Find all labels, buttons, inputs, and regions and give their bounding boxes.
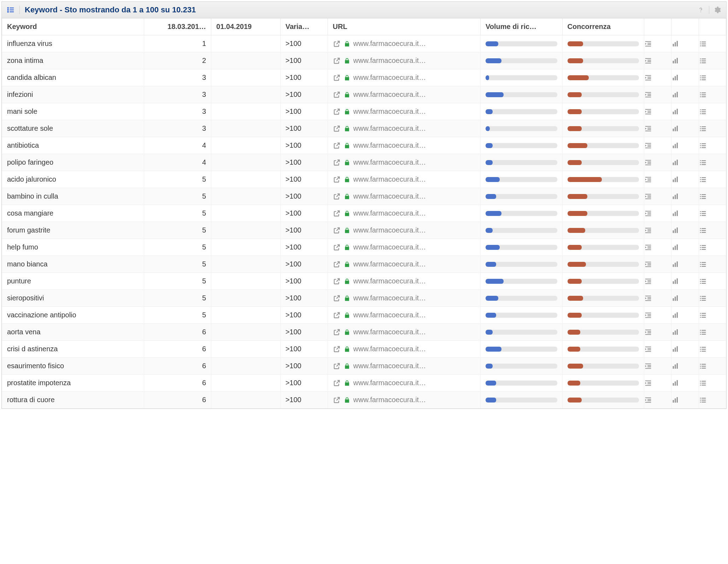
cell-action-chart[interactable] <box>671 188 699 205</box>
cell-action-chart[interactable] <box>671 290 699 307</box>
cell-action-indent[interactable] <box>644 375 671 392</box>
bar-chart-icon[interactable] <box>671 243 698 251</box>
bar-chart-icon[interactable] <box>671 74 698 82</box>
cell-keyword[interactable]: forum gastrite <box>2 222 144 239</box>
external-link-icon[interactable] <box>333 108 341 116</box>
menu-icon[interactable] <box>699 176 726 183</box>
cell-action-menu[interactable] <box>699 307 726 324</box>
cell-keyword[interactable]: aorta vena <box>2 324 144 341</box>
cell-action-menu[interactable] <box>699 52 726 69</box>
menu-icon[interactable] <box>699 345 726 353</box>
cell-action-indent[interactable] <box>644 69 671 86</box>
menu-icon[interactable] <box>699 362 726 370</box>
bar-chart-icon[interactable] <box>671 345 698 353</box>
menu-icon[interactable] <box>699 328 726 336</box>
indent-icon[interactable] <box>644 328 671 336</box>
bar-chart-icon[interactable] <box>671 108 698 116</box>
menu-icon[interactable] <box>699 125 726 133</box>
cell-keyword[interactable]: acido jaluronico <box>2 171 144 188</box>
cell-action-menu[interactable] <box>699 137 726 154</box>
external-link-icon[interactable] <box>333 294 341 302</box>
bar-chart-icon[interactable] <box>671 311 698 319</box>
cell-action-menu[interactable] <box>699 103 726 120</box>
cell-action-chart[interactable] <box>671 171 699 188</box>
bar-chart-icon[interactable] <box>671 396 698 404</box>
cell-action-chart[interactable] <box>671 307 699 324</box>
external-link-icon[interactable] <box>333 159 341 166</box>
external-link-icon[interactable] <box>333 74 341 82</box>
cell-action-indent[interactable] <box>644 205 671 222</box>
external-link-icon[interactable] <box>333 227 341 234</box>
cell-action-indent[interactable] <box>644 256 671 273</box>
external-link-icon[interactable] <box>333 91 341 99</box>
cell-action-menu[interactable] <box>699 171 726 188</box>
cell-action-chart[interactable] <box>671 137 699 154</box>
cell-keyword[interactable]: polipo faringeo <box>2 154 144 171</box>
external-link-icon[interactable] <box>333 277 341 285</box>
indent-icon[interactable] <box>644 294 671 302</box>
cell-keyword[interactable]: rottura di cuore <box>2 392 144 409</box>
bar-chart-icon[interactable] <box>671 328 698 336</box>
cell-action-indent[interactable] <box>644 307 671 324</box>
external-link-icon[interactable] <box>333 362 341 370</box>
external-link-icon[interactable] <box>333 142 341 149</box>
url-text[interactable]: www.farmacoecura.it… <box>353 328 475 336</box>
bar-chart-icon[interactable] <box>671 40 698 48</box>
col-date2[interactable]: 01.04.2019 <box>211 18 281 35</box>
cell-action-indent[interactable] <box>644 103 671 120</box>
external-link-icon[interactable] <box>333 260 341 268</box>
cell-action-indent[interactable] <box>644 392 671 409</box>
cell-action-chart[interactable] <box>671 222 699 239</box>
bar-chart-icon[interactable] <box>671 277 698 285</box>
cell-action-chart[interactable] <box>671 239 699 256</box>
bar-chart-icon[interactable] <box>671 57 698 65</box>
url-text[interactable]: www.farmacoecura.it… <box>353 345 475 353</box>
menu-icon[interactable] <box>699 57 726 65</box>
cell-keyword[interactable]: help fumo <box>2 239 144 256</box>
cell-action-indent[interactable] <box>644 341 671 358</box>
indent-icon[interactable] <box>644 345 671 353</box>
indent-icon[interactable] <box>644 210 671 217</box>
url-text[interactable]: www.farmacoecura.it… <box>353 294 475 302</box>
cell-action-chart[interactable] <box>671 358 699 375</box>
external-link-icon[interactable] <box>333 57 341 65</box>
cell-action-indent[interactable] <box>644 137 671 154</box>
menu-icon[interactable] <box>699 277 726 285</box>
cell-keyword[interactable]: antibiotica <box>2 137 144 154</box>
menu-icon[interactable] <box>699 294 726 302</box>
cell-action-indent[interactable] <box>644 290 671 307</box>
indent-icon[interactable] <box>644 142 671 149</box>
cell-action-menu[interactable] <box>699 205 726 222</box>
url-text[interactable]: www.farmacoecura.it… <box>353 396 475 404</box>
cell-action-indent[interactable] <box>644 171 671 188</box>
menu-icon[interactable] <box>699 227 726 234</box>
external-link-icon[interactable] <box>333 125 341 133</box>
bar-chart-icon[interactable] <box>671 159 698 166</box>
external-link-icon[interactable] <box>333 243 341 251</box>
cell-action-chart[interactable] <box>671 341 699 358</box>
menu-icon[interactable] <box>699 74 726 82</box>
menu-icon[interactable] <box>699 193 726 200</box>
menu-icon[interactable] <box>699 210 726 217</box>
cell-action-menu[interactable] <box>699 290 726 307</box>
external-link-icon[interactable] <box>333 345 341 353</box>
url-text[interactable]: www.farmacoecura.it… <box>353 57 475 65</box>
menu-icon[interactable] <box>699 379 726 387</box>
url-text[interactable]: www.farmacoecura.it… <box>353 74 475 82</box>
url-text[interactable]: www.farmacoecura.it… <box>353 107 475 116</box>
cell-action-chart[interactable] <box>671 205 699 222</box>
bar-chart-icon[interactable] <box>671 362 698 370</box>
indent-icon[interactable] <box>644 379 671 387</box>
url-text[interactable]: www.farmacoecura.it… <box>353 379 475 387</box>
cell-keyword[interactable]: scottature sole <box>2 120 144 137</box>
cell-action-indent[interactable] <box>644 239 671 256</box>
indent-icon[interactable] <box>644 260 671 268</box>
menu-icon[interactable] <box>699 159 726 166</box>
cell-keyword[interactable]: bambino in culla <box>2 188 144 205</box>
cell-action-chart[interactable] <box>671 103 699 120</box>
cell-action-menu[interactable] <box>699 375 726 392</box>
cell-action-menu[interactable] <box>699 341 726 358</box>
url-text[interactable]: www.farmacoecura.it… <box>353 243 475 251</box>
url-text[interactable]: www.farmacoecura.it… <box>353 277 475 285</box>
indent-icon[interactable] <box>644 243 671 251</box>
